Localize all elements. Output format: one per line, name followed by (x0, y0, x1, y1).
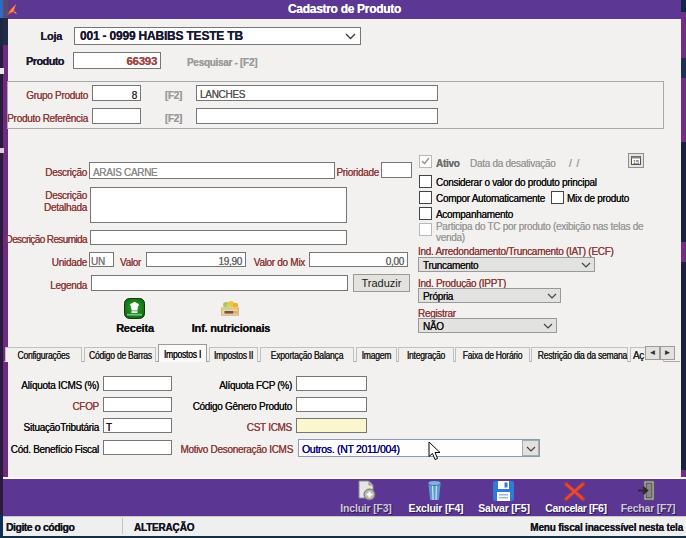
svg-text:15: 15 (633, 159, 639, 165)
